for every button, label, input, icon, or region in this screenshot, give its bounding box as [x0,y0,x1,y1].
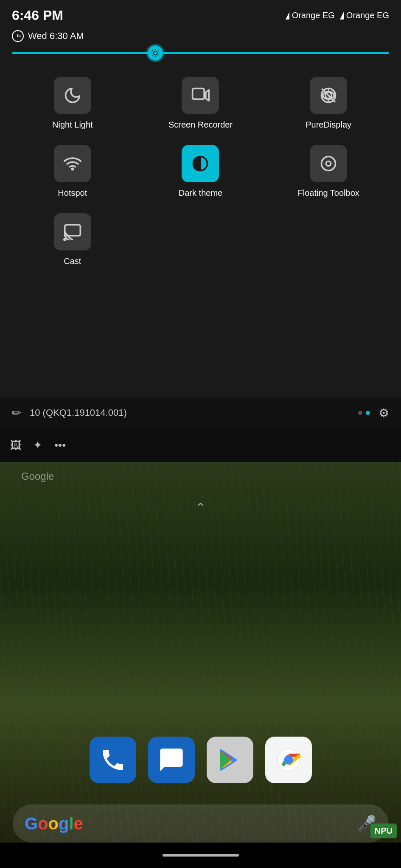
dot-2 [366,411,370,415]
cast-icon-box [54,213,91,250]
alarm-row: Wed 6:30 AM [0,27,401,48]
carrier-2-label: Orange EG [346,11,389,20]
dock-play-store[interactable] [207,737,253,783]
home-screen: Google ⌃ [0,462,401,868]
tile-night-light[interactable]: Night Light [8,68,137,136]
tiles-grid: Night Light Screen Recorder [0,64,401,277]
google-label: Google [21,470,54,482]
screen-recorder-icon-box [182,77,219,114]
dock-chrome[interactable] [265,737,312,783]
svg-line-5 [152,50,153,50]
brightness-row[interactable] [0,48,401,64]
tile-hotspot[interactable]: Hotspot [8,136,137,205]
tile-pure-display[interactable]: PureDisplay [264,68,393,136]
dock [0,737,401,783]
dock-messages[interactable] [148,737,195,783]
strip-bar: 🖼 ✦ ••• [0,428,401,462]
dark-theme-icon-box [182,145,219,182]
npu-badge: NPU [370,823,397,838]
floating-toolbox-icon [319,154,338,173]
chrome-icon [275,746,302,773]
svg-line-6 [158,56,158,56]
dark-theme-icon [191,154,210,173]
tile-dark-theme-label: Dark theme [179,188,222,198]
signal-icon-1 [286,12,289,19]
dot-1 [358,411,362,415]
quick-settings-panel: 6:46 PM Orange EG Orange EG Wed 6:30 AM [0,0,401,428]
edit-icon[interactable]: ✏ [12,406,21,420]
tile-floating-toolbox[interactable]: Floating Toolbox [264,136,393,205]
tile-hotspot-label: Hotspot [58,188,87,198]
cast-icon [63,223,82,241]
phone-icon [99,746,126,773]
alarm-time: Wed 6:30 AM [28,31,84,42]
tile-dark-theme[interactable]: Dark theme [137,136,265,205]
svg-marker-10 [206,90,209,101]
svg-point-23 [64,239,66,241]
pure-display-icon-box [310,77,347,114]
search-bar[interactable]: Google 🎤 [13,804,388,843]
dock-phone[interactable] [90,737,136,783]
tile-cast-label: Cast [64,256,81,266]
nav-bar [0,843,401,868]
signal-icon-2 [340,12,344,19]
settings-button[interactable]: ⚙ [379,406,389,420]
svg-line-7 [152,56,153,56]
floating-toolbox-icon-box [310,145,347,182]
more-icon[interactable]: ••• [54,439,66,452]
hotspot-icon [63,154,82,173]
brightness-icon [151,48,160,58]
page-dots [358,411,370,415]
tile-screen-recorder[interactable]: Screen Recorder [137,68,265,136]
alarm-icon [12,30,24,42]
svg-point-0 [153,51,157,55]
status-time: 6:46 PM [12,8,63,23]
carrier-2: Orange EG [340,11,389,20]
pure-display-icon [319,86,338,105]
qs-bottom-bar: ✏ 10 (QKQ1.191014.001) ⚙ [0,398,401,428]
tile-cast[interactable]: Cast [8,205,137,273]
svg-point-20 [322,157,336,171]
tile-floating-toolbox-label: Floating Toolbox [298,188,359,198]
screen-recorder-icon [191,86,210,105]
pinwheel-icon[interactable]: ✦ [33,439,42,452]
status-bar: 6:46 PM Orange EG Orange EG [0,0,401,27]
night-light-icon [63,86,82,105]
hotspot-icon-box [54,145,91,182]
svg-rect-9 [193,89,205,100]
brightness-thumb[interactable] [148,45,163,61]
carrier-1: Orange EG [286,11,335,20]
messages-icon [158,746,185,773]
carrier-1-label: Orange EG [292,11,335,20]
wallpaper-icon[interactable]: 🖼 [10,439,21,452]
nav-pill [163,854,239,857]
build-info: 10 (QKQ1.191014.001) [30,407,350,418]
tile-pure-display-label: PureDisplay [306,120,351,130]
status-right: Orange EG Orange EG [286,11,389,20]
night-light-icon-box [54,77,91,114]
svg-point-26 [284,755,293,764]
google-g-logo: Google [25,814,83,833]
play-store-icon [216,746,244,773]
tile-screen-recorder-label: Screen Recorder [168,120,233,130]
tile-night-light-label: Night Light [52,120,93,130]
svg-point-21 [326,161,331,166]
svg-line-8 [158,50,158,50]
brightness-track[interactable] [12,52,389,54]
app-drawer-chevron[interactable]: ⌃ [195,500,206,515]
home-screen-inner: Google ⌃ [0,462,401,868]
